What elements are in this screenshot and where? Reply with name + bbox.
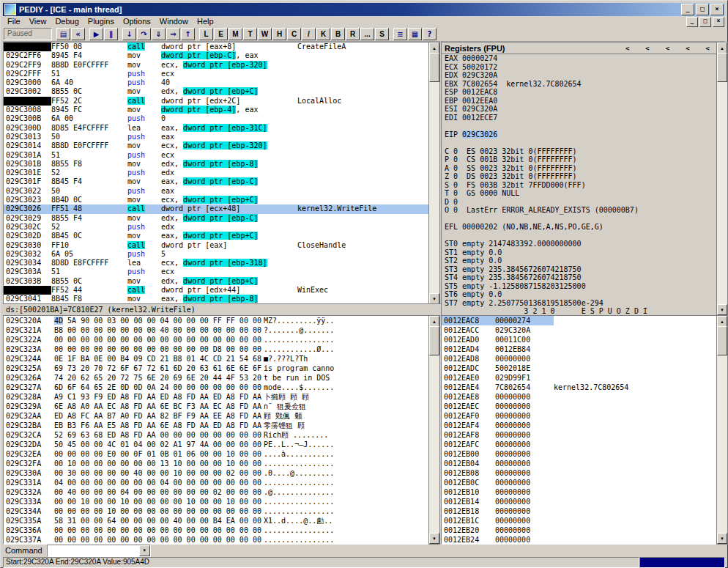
step-into-icon[interactable]: ↓ [122, 28, 136, 40]
call-stack-button[interactable]: K [316, 28, 330, 40]
dump-row[interactable]: 029C329A6E A8 A0 AA EC A8 FD AA 6E BC F3… [4, 402, 429, 411]
dump-row[interactable]: 029C337A00 00 00 00 00 00 00 00 00 00 00… [4, 535, 429, 545]
disasm-row[interactable]: 029C302250pusheax [4, 187, 429, 196]
collapse-chevron-icon[interactable]: < [645, 45, 649, 52]
breakpoints-button[interactable]: B [331, 28, 345, 40]
stack-row[interactable]: 0012EB0400000000 [442, 459, 717, 468]
scrollbar-thumb[interactable] [717, 326, 727, 355]
open-file-icon[interactable]: ▤ [56, 28, 70, 40]
disassembly-pane[interactable]: FF50 08calldword ptr [eax+8]CreateFileA0… [3, 42, 430, 305]
patches-button[interactable]: / [302, 28, 316, 40]
dropdown-arrow-icon[interactable]: ▼ [139, 545, 150, 556]
disasm-row[interactable]: 029C3030FF10calldword ptr [eax]CloseHand… [4, 241, 429, 250]
menu-item-window[interactable]: Window [155, 16, 193, 27]
stack-row[interactable]: 0012EAF000000000 [442, 411, 717, 421]
minimize-button[interactable]: _ [681, 4, 694, 15]
step-over-icon[interactable]: ↷ [137, 28, 151, 40]
log-window-button[interactable]: L [199, 28, 213, 40]
disasm-row[interactable]: 029C30006A 40push40 [4, 78, 429, 87]
hex-dump-pane[interactable]: 029C320A4D 5A 90 00 03 00 00 00 04 00 00… [3, 315, 430, 545]
disasm-row[interactable]: 029C301A51pushecx [4, 151, 429, 160]
menu-item-options[interactable]: Options [119, 16, 155, 27]
disasm-row[interactable]: 029C3026FF51 48calldword ptr [ecx+48]ker… [4, 204, 429, 213]
disasm-row[interactable]: 029C30348D8D E8FCFFFFleaecx, dword ptr [… [4, 259, 429, 268]
source-button[interactable]: S [375, 28, 389, 40]
stack-row[interactable]: 0012EAEC00000000 [442, 402, 717, 411]
dump-row[interactable]: 029C330A00 30 00 00 00 00 40 00 00 10 00… [4, 468, 429, 478]
stack-row[interactable]: 0012EB2000000000 [442, 525, 717, 535]
scroll-up-icon[interactable]: ▲ [429, 316, 439, 327]
menu-item-file[interactable]: File [3, 16, 25, 27]
disasm-row[interactable]: FF52 2Ccalldword ptr [edx+2C]LocalAlloc [4, 97, 429, 106]
scroll-down-icon[interactable]: ▼ [717, 533, 727, 544]
restart-icon[interactable]: « [71, 28, 85, 40]
run-trace-button[interactable]: ... [360, 28, 374, 40]
registers-scrollbar[interactable]: ▲ ▼ [716, 42, 728, 316]
stack-scrollbar[interactable]: ▲ ▼ [716, 315, 728, 545]
help-icon[interactable]: ? [423, 28, 437, 40]
windows-button[interactable]: W [258, 28, 272, 40]
appearance-icon[interactable]: ▦ [408, 28, 422, 40]
dump-row[interactable]: 029C326A74 20 62 65 20 72 75 6E 20 69 6E… [4, 373, 429, 383]
dump-row[interactable]: 029C325A69 73 20 70 72 6F 67 72 61 6D 20… [4, 364, 429, 373]
hex-dump-scrollbar[interactable]: ▲ ▼ [428, 315, 440, 545]
maximize-button[interactable]: □ [696, 4, 709, 15]
dump-row[interactable]: 029C324A0E 1F BA 0E 00 B4 09 CD 21 B8 01… [4, 354, 429, 364]
memory-map-button[interactable]: M [229, 28, 242, 40]
dump-row[interactable]: 029C331A04 00 00 00 00 00 00 00 04 00 00… [4, 478, 429, 487]
disasm-row[interactable]: 029C301F8B45 F4moveax, dword ptr [ebp-C] [4, 177, 429, 186]
collapse-chevron-icon[interactable]: < [666, 45, 669, 52]
disasm-row[interactable]: 029C300B6A 00push0 [4, 114, 429, 123]
stack-row[interactable]: 0012EB0000000000 [442, 449, 717, 459]
stack-row[interactable]: 0012EB1400000000 [442, 497, 717, 506]
scroll-down-icon[interactable]: ▼ [429, 293, 439, 304]
disasm-row[interactable]: 029C302D8B45 0Cmoveax, dword ptr [ebp+C] [4, 232, 429, 240]
registers-pane[interactable]: Registers (FPU) < < < < < EAX 00000274EC… [441, 42, 718, 316]
disasm-row[interactable]: 029C30238B4D 0Cmovecx, dword ptr [ebp+C] [4, 196, 429, 204]
stack-row[interactable]: 0012EB2400000000 [442, 535, 717, 545]
stack-row[interactable]: 0012EAD000011C00 [442, 335, 717, 344]
disasm-row[interactable]: 029C300D8D85 E4FCFFFFleaeax, dword ptr [… [4, 124, 429, 133]
stack-row[interactable]: 0012EAD40012EB84 [442, 344, 717, 354]
dump-row[interactable]: 029C32CA52 69 63 68 ED A8 FD AA 00 00 00… [4, 430, 429, 440]
scroll-up-icon[interactable]: ▲ [429, 43, 439, 54]
executables-button[interactable]: E [214, 28, 228, 40]
dump-row[interactable]: 029C327A6D 6F 64 65 2E 0D 0D 0A 24 00 00… [4, 383, 429, 392]
mdi-restore-button[interactable]: □ [699, 17, 711, 27]
mdi-close-button[interactable]: × [713, 17, 724, 27]
dump-row[interactable]: 029C336A00 00 00 00 00 00 00 00 00 00 00… [4, 525, 429, 535]
scroll-up-icon[interactable]: ▲ [717, 316, 727, 327]
disasm-row[interactable]: 029C303B8B55 0Cmovedx, dword ptr [ebp+C] [4, 277, 429, 286]
dump-row[interactable]: 029C335A58 31 00 00 64 00 00 00 00 40 00… [4, 516, 429, 525]
mdi-minimize-button[interactable]: _ [686, 17, 698, 27]
dump-row[interactable]: 029C321AB8 00 00 00 00 00 00 00 40 00 00… [4, 325, 429, 335]
disasm-row[interactable]: 029C30326A 05push5 [4, 250, 429, 259]
disasm-row[interactable]: 029C2FFF51pushecx [4, 70, 429, 78]
disasm-row[interactable]: 029C302C52pushedx [4, 223, 429, 232]
dump-row[interactable]: 029C32DA50 45 00 00 4C 01 04 00 02 A1 97… [4, 440, 429, 449]
stack-row[interactable]: 0012EB0800000000 [442, 468, 717, 478]
disasm-row[interactable]: 029C301E52pushedx [4, 169, 429, 177]
collapse-chevron-icon[interactable]: < [706, 45, 710, 52]
disasm-row[interactable]: 029C30148B8D E0FCFFFFmovecx, dword ptr [… [4, 141, 429, 150]
disasm-row[interactable]: 029C303A51pushecx [4, 268, 429, 276]
disasm-row[interactable]: 029C301B8B55 F8movedx, dword ptr [ebp-8] [4, 160, 429, 169]
dump-row[interactable]: 029C32FA00 10 00 00 00 00 00 00 13 10 00… [4, 459, 429, 468]
stack-row[interactable]: 0012EAD800000000 [442, 354, 717, 364]
stack-row[interactable]: 0012EB1C00000000 [442, 516, 717, 525]
stack-row[interactable]: 0012EAC800000274 [442, 316, 717, 325]
dump-row[interactable]: 029C322A00 00 00 00 00 00 00 00 00 00 00… [4, 335, 429, 344]
dump-row[interactable]: 029C32EA00 00 00 00 E0 00 0F 01 0B 01 06… [4, 449, 429, 459]
close-button[interactable]: × [710, 4, 724, 15]
menu-item-debug[interactable]: Debug [51, 16, 83, 27]
disasm-row[interactable]: 029C301350pusheax [4, 133, 429, 141]
collapse-chevron-icon[interactable]: < [625, 45, 629, 52]
disasm-row[interactable]: 029C2FF98B8D E0FCFFFFmovecx, dword ptr [… [4, 61, 429, 70]
cpu-window-button[interactable]: C [287, 28, 301, 40]
stack-row[interactable]: 0012EB1000000000 [442, 487, 717, 497]
scroll-down-icon[interactable]: ▼ [717, 304, 727, 315]
references-button[interactable]: R [346, 28, 360, 40]
command-input[interactable] [48, 546, 139, 554]
stack-row[interactable]: 0012EAE800000000 [442, 392, 717, 402]
disasm-row[interactable]: FF52 44calldword ptr [edx+44]WinExec [4, 286, 429, 295]
